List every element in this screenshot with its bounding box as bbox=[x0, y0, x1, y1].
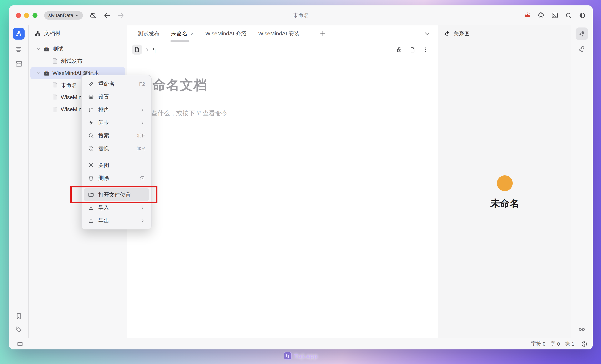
document-icon bbox=[52, 82, 58, 88]
chevron-right-icon bbox=[140, 205, 145, 210]
expand-icon[interactable] bbox=[17, 341, 23, 347]
vip-crown-icon[interactable] bbox=[523, 11, 531, 19]
traffic-lights bbox=[16, 13, 38, 18]
notebook-icon bbox=[43, 70, 50, 76]
tree-item-notebook[interactable]: 测试 bbox=[30, 43, 125, 55]
outline-icon bbox=[15, 46, 22, 53]
crop-icon bbox=[284, 352, 291, 360]
bookmark-icon bbox=[15, 312, 22, 320]
paragraph-mark[interactable]: ¶ bbox=[152, 46, 156, 53]
doc-tree-title: 文档树 bbox=[44, 30, 60, 37]
document-icon bbox=[52, 106, 58, 112]
block-counter: 块1 bbox=[565, 340, 574, 347]
global-graph-icon bbox=[578, 45, 586, 53]
graph-panel: 关系图 未命名 bbox=[438, 25, 571, 338]
tab-close-icon[interactable]: × bbox=[191, 30, 194, 36]
menu-shortcut: ⌘R bbox=[136, 146, 145, 152]
chevron-down-icon[interactable] bbox=[36, 71, 41, 75]
menu-item-rename[interactable]: 重命名 F2 bbox=[84, 78, 149, 90]
unlock-icon[interactable] bbox=[396, 46, 403, 53]
workspace-name: siyuanData bbox=[48, 12, 73, 18]
dock-bookmark-button[interactable] bbox=[15, 312, 22, 320]
dock-file-tree-button[interactable] bbox=[13, 28, 25, 40]
zoom-window-button[interactable] bbox=[32, 13, 38, 18]
plugin-icon[interactable] bbox=[537, 11, 545, 19]
menu-item-label: 排序 bbox=[98, 106, 109, 113]
chevron-right-icon bbox=[145, 47, 150, 52]
menu-item-close[interactable]: 关闭 bbox=[84, 159, 149, 172]
word-counter: 字0 bbox=[551, 340, 560, 347]
tab-list-button[interactable] bbox=[424, 30, 430, 37]
dock-tag-button[interactable] bbox=[15, 326, 22, 333]
gear-icon bbox=[88, 94, 94, 100]
menu-item-sort[interactable]: 排序 bbox=[84, 103, 149, 116]
menu-item-export[interactable]: 导出 bbox=[84, 214, 149, 227]
back-icon[interactable] bbox=[103, 11, 111, 19]
more-icon[interactable] bbox=[422, 46, 429, 53]
tab-label: 测试发布 bbox=[138, 30, 160, 37]
doc-info-icon[interactable] bbox=[410, 46, 416, 53]
notebook-context-menu: 重命名 F2 设置 排序 闪卡 搜索 ⌘F 替换 ⌘R bbox=[81, 75, 152, 230]
tab-wisemindai-intro[interactable]: WiseMindAI 介绍 bbox=[200, 25, 252, 42]
menu-item-label: 导出 bbox=[98, 217, 109, 224]
tree-item-label: 测试发布 bbox=[61, 57, 82, 65]
trash-icon bbox=[88, 175, 94, 181]
menu-item-flashcard[interactable]: 闪卡 bbox=[84, 116, 149, 129]
menu-item-delete[interactable]: 删除 bbox=[84, 172, 149, 184]
chevron-down-icon bbox=[75, 13, 79, 17]
theme-icon[interactable] bbox=[579, 11, 586, 19]
editor-body-placeholder[interactable]: 输入些什么，或按下 '/' 查看命令 bbox=[139, 110, 423, 117]
minimize-window-button[interactable] bbox=[24, 13, 29, 18]
desktop-background: siyuanData 未命名 bbox=[0, 0, 601, 364]
terminal-icon[interactable] bbox=[551, 11, 559, 19]
menu-item-search[interactable]: 搜索 ⌘F bbox=[84, 129, 149, 142]
menu-item-replace[interactable]: 替换 ⌘R bbox=[84, 142, 149, 155]
graph-node[interactable] bbox=[497, 175, 513, 191]
close-window-button[interactable] bbox=[16, 13, 21, 18]
graph-node-label[interactable]: 未命名 bbox=[491, 197, 519, 210]
tree-item-label: 测试 bbox=[52, 45, 63, 53]
graph-icon bbox=[444, 30, 450, 37]
dock-outline-button[interactable] bbox=[15, 46, 22, 53]
menu-item-settings[interactable]: 设置 bbox=[84, 90, 149, 103]
dock-graph-button[interactable] bbox=[576, 28, 588, 40]
help-icon[interactable] bbox=[581, 341, 588, 347]
import-icon bbox=[88, 204, 94, 211]
new-tab-button[interactable] bbox=[320, 30, 326, 37]
tab-ceshifabu[interactable]: 测试发布 bbox=[132, 25, 165, 42]
pencil-icon bbox=[88, 81, 94, 87]
tab-wisemindai-install[interactable]: WiseMindAI 安装 bbox=[252, 25, 305, 42]
breadcrumb-doc-button[interactable] bbox=[132, 45, 142, 55]
workspace-switcher[interactable]: siyuanData bbox=[44, 11, 83, 19]
doc-tree-icon bbox=[35, 30, 41, 36]
forward-icon[interactable] bbox=[117, 11, 125, 19]
menu-item-label: 设置 bbox=[98, 93, 109, 101]
annotation-highlight-box bbox=[70, 186, 157, 203]
cloud-off-icon[interactable] bbox=[90, 11, 97, 19]
editor-content[interactable]: 未命名文档 输入些什么，或按下 '/' 查看命令 bbox=[127, 57, 438, 338]
search-icon[interactable] bbox=[565, 11, 572, 19]
chevron-down-icon[interactable] bbox=[36, 47, 41, 51]
lightning-icon bbox=[88, 120, 94, 126]
editor-area: 测试发布 未命名 × WiseMindAI 介绍 WiseMindAI 安装 bbox=[127, 25, 438, 338]
breadcrumb: ¶ bbox=[127, 42, 438, 57]
menu-divider bbox=[87, 157, 146, 157]
close-icon bbox=[88, 162, 94, 168]
menu-shortcut: ⌘F bbox=[137, 133, 145, 139]
replace-icon bbox=[88, 145, 94, 152]
titlebar: siyuanData 未命名 bbox=[9, 5, 593, 25]
chevron-right-icon bbox=[140, 120, 145, 125]
tag-icon bbox=[15, 326, 22, 333]
document-icon bbox=[134, 47, 140, 52]
dock-global-graph-button[interactable] bbox=[578, 45, 586, 53]
tree-item-doc[interactable]: 测试发布 bbox=[30, 55, 125, 67]
chevron-right-icon bbox=[140, 107, 145, 112]
tab-bar: 测试发布 未命名 × WiseMindAI 介绍 WiseMindAI 安装 bbox=[127, 25, 438, 42]
dock-backlinks-button[interactable] bbox=[578, 326, 586, 333]
chevron-down-icon bbox=[424, 30, 430, 37]
doc-title-placeholder[interactable]: 未命名文档 bbox=[139, 76, 423, 94]
right-dock bbox=[571, 25, 593, 338]
tab-weiming-active[interactable]: 未命名 × bbox=[165, 25, 200, 42]
dock-inbox-button[interactable] bbox=[15, 60, 23, 68]
menu-item-label: 删除 bbox=[98, 174, 109, 182]
